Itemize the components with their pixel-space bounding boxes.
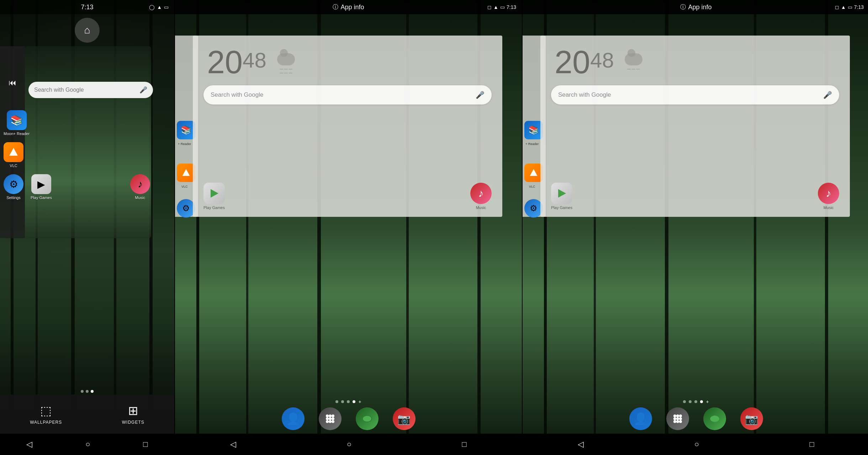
- nav-recents-p2[interactable]: □: [462, 440, 466, 449]
- nav-back-p2[interactable]: ◁: [230, 440, 236, 449]
- nav-recents-p3[interactable]: □: [809, 440, 814, 449]
- svg-marker-16: [558, 189, 566, 198]
- nav-home-p2[interactable]: ○: [347, 440, 351, 449]
- frosted-search-text-p3: Search with Google: [558, 91, 823, 98]
- mic-icon-p1[interactable]: 🎤: [139, 86, 147, 94]
- widgets-btn[interactable]: ⊞ WIDGETS: [122, 403, 144, 425]
- dot-p2-plus: +: [358, 400, 361, 403]
- home-circle[interactable]: ⌂: [75, 18, 100, 43]
- nav-bar-p3: ◁ ○ □: [523, 434, 868, 455]
- dock-android-p2[interactable]: [356, 407, 379, 430]
- svg-point-23: [673, 420, 676, 423]
- music-icon-frosted-p2: ♪: [470, 183, 492, 204]
- svg-point-22: [679, 417, 682, 420]
- svg-marker-15: [530, 169, 538, 176]
- page-dots-p2: +: [175, 400, 522, 403]
- frosted-bottom-icons-p3: Play Games ♪ Music: [540, 183, 850, 210]
- play-prev-icon[interactable]: ⏮: [9, 78, 16, 87]
- dock-grid-p2[interactable]: [319, 407, 342, 430]
- partial-vlc-label-p3: VLC: [529, 185, 535, 188]
- dock-contacts-p3[interactable]: 👤: [629, 407, 652, 430]
- dot-p3-1: [683, 400, 686, 403]
- status-title-p2: App info: [340, 4, 364, 11]
- music-label-frosted-p3: Music: [824, 205, 834, 210]
- svg-marker-2: [182, 169, 190, 176]
- frosted-music-p2[interactable]: ♪ Music: [470, 183, 492, 210]
- play-games-icon-p1: ▶: [31, 174, 51, 194]
- frosted-search-p2[interactable]: Search with Google 🎤: [203, 85, 492, 105]
- frosted-music-p3[interactable]: ♪ Music: [818, 183, 839, 210]
- status-title-area-p3: ⓘ App info: [680, 4, 711, 11]
- svg-point-6: [332, 414, 334, 417]
- svg-marker-3: [211, 189, 218, 198]
- signal-icon-p2: ▲: [493, 4, 498, 10]
- home-icon-area: ⌂: [0, 18, 174, 43]
- music-icon-frosted-p3: ♪: [818, 183, 839, 204]
- vlc-icon-p1: [4, 142, 23, 162]
- nav-home-p1[interactable]: ○: [85, 440, 90, 449]
- svg-rect-1: [12, 154, 15, 155]
- panel-2: ⓘ App info ◻ ▲ ▭ 7:13 📚 + Reader VLC ⚙ 2…: [175, 0, 522, 455]
- battery-icon-p2: ▭: [500, 4, 505, 10]
- partial-vlc-label-p2: VLC: [181, 185, 188, 188]
- nav-recents-p1[interactable]: □: [143, 440, 148, 449]
- info-icon-p3: ⓘ: [680, 4, 686, 11]
- dock-camera-p3[interactable]: 📷: [740, 407, 763, 430]
- app-icon-moon-reader-p1[interactable]: 📚 Moon+ Reader: [4, 110, 30, 136]
- frosted-mic-p2[interactable]: 🎤: [476, 91, 485, 99]
- clock-hour-p3: 20: [555, 46, 590, 78]
- svg-point-19: [679, 414, 682, 417]
- bottom-bar-p1: ⬚ WALLPAPERS ⊞ WIDGETS: [0, 395, 174, 434]
- frosted-play-games-p2[interactable]: Play Games: [203, 183, 225, 210]
- weather-text-2: — — —: [280, 71, 292, 75]
- dock-android-p3[interactable]: [703, 407, 726, 430]
- nav-back-p1[interactable]: ◁: [26, 440, 32, 449]
- wallpapers-label: WALLPAPERS: [30, 420, 62, 425]
- contacts-icon-p2: 👤: [282, 407, 305, 430]
- dot-p3-plus: +: [706, 400, 709, 403]
- frosted-mic-p3[interactable]: 🎤: [823, 91, 832, 99]
- settings-label-p1: Settings: [6, 196, 21, 200]
- recent-app-card[interactable]: [25, 46, 151, 238]
- music-label-p1: Music: [135, 196, 145, 200]
- grid-icon-p3: [666, 407, 689, 430]
- nav-back-p3[interactable]: ◁: [578, 440, 584, 449]
- moon-reader-icon-p1: 📚: [7, 110, 27, 130]
- dock-contacts-p2[interactable]: 👤: [282, 407, 305, 430]
- dock-camera-p2[interactable]: 📷: [393, 407, 416, 430]
- wifi-icon-p1: ▲: [157, 4, 162, 10]
- status-icons-p1: ◯ ▲ ▭: [149, 4, 169, 10]
- android-icon-p3: [703, 407, 726, 430]
- svg-point-20: [673, 417, 676, 420]
- svg-point-5: [329, 414, 332, 417]
- dock-icons-p3: 👤: [523, 407, 868, 430]
- search-input-p1[interactable]: [34, 87, 139, 93]
- partial-moon-label-p3: + Reader: [525, 142, 539, 146]
- wallpapers-btn[interactable]: ⬚ WALLPAPERS: [30, 403, 62, 425]
- app-icon-vlc-p1[interactable]: VLC: [4, 142, 23, 168]
- app-icon-music-p1[interactable]: ♪ Music: [130, 174, 150, 200]
- frosted-search-p3[interactable]: Search with Google 🎤: [551, 85, 839, 105]
- dock-grid-p3[interactable]: [666, 407, 689, 430]
- weather-widget-p3: — — —: [625, 53, 642, 71]
- play-games-label-p1: Play Games: [31, 196, 52, 200]
- app-icon-settings-p1[interactable]: ⚙ Settings: [4, 174, 23, 200]
- dock-area-p3: + 👤: [523, 400, 868, 430]
- camera-icon-p2: 📷: [393, 407, 416, 430]
- search-bar-p1[interactable]: 🎤: [28, 82, 153, 98]
- weather-text-1: — — —: [280, 67, 292, 71]
- app-icon-play-games-p1[interactable]: ▶ Play Games: [31, 174, 52, 200]
- signal-icon-p3: ▲: [841, 4, 846, 10]
- contacts-icon-p3: 👤: [629, 407, 652, 430]
- clock-area-p2: 20 48 — — — — — —: [193, 36, 502, 85]
- status-bar-p3: ⓘ App info ◻ ▲ ▭ 7:13: [523, 0, 868, 14]
- dot-p3-4-active: [700, 400, 703, 403]
- nav-bar-p2: ◁ ○ □: [175, 434, 522, 455]
- weather-sub-p2: — — — — — —: [280, 67, 292, 75]
- svg-point-25: [679, 420, 682, 423]
- dot-p2-1: [335, 400, 338, 403]
- nav-home-p3[interactable]: ○: [694, 440, 699, 449]
- frosted-play-games-p3[interactable]: Play Games: [551, 183, 572, 210]
- status-bar-p1: 7:13 ◯ ▲ ▭: [0, 0, 174, 14]
- notif-icon-p3: ◻: [835, 4, 839, 10]
